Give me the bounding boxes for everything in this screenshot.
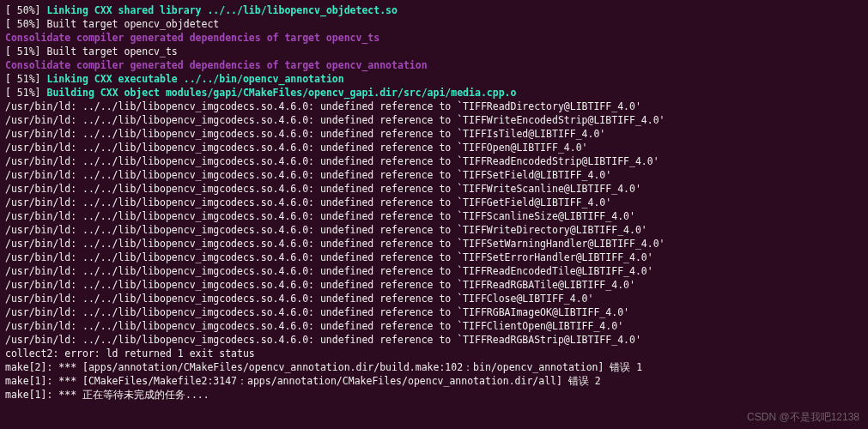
- terminal-line: [ 51%] Linking CXX executable ../../bin/…: [5, 72, 863, 86]
- terminal-segment: /usr/bin/ld: ../../lib/libopencv_imgcode…: [5, 128, 605, 140]
- terminal-segment: /usr/bin/ld: ../../lib/libopencv_imgcode…: [5, 114, 665, 126]
- terminal-line: collect2: error: ld returned 1 exit stat…: [5, 347, 863, 360]
- terminal-segment: /usr/bin/ld: ../../lib/libopencv_imgcode…: [5, 169, 611, 181]
- terminal-segment: /usr/bin/ld: ../../lib/libopencv_imgcode…: [5, 279, 635, 291]
- terminal-line: /usr/bin/ld: ../../lib/libopencv_imgcode…: [5, 127, 863, 141]
- terminal-segment: /usr/bin/ld: ../../lib/libopencv_imgcode…: [5, 251, 653, 263]
- terminal-segment: Building CXX object modules/gapi/CMakeFi…: [46, 87, 516, 99]
- terminal-segment: Consolidate compiler generated dependenc…: [5, 32, 379, 44]
- terminal-line: /usr/bin/ld: ../../lib/libopencv_imgcode…: [5, 251, 863, 264]
- terminal-line: [ 51%] Built target opencv_ts: [5, 45, 863, 58]
- terminal-line: Consolidate compiler generated dependenc…: [5, 58, 863, 72]
- terminal-line: /usr/bin/ld: ../../lib/libopencv_imgcode…: [5, 182, 863, 196]
- terminal-line: Consolidate compiler generated dependenc…: [5, 31, 863, 45]
- terminal-segment: /usr/bin/ld: ../../lib/libopencv_imgcode…: [5, 265, 653, 277]
- terminal-line: /usr/bin/ld: ../../lib/libopencv_imgcode…: [5, 209, 863, 223]
- terminal-segment: make[1]: *** 正在等待未完成的任务....: [5, 389, 209, 401]
- terminal-line: /usr/bin/ld: ../../lib/libopencv_imgcode…: [5, 264, 863, 278]
- terminal-segment: /usr/bin/ld: ../../lib/libopencv_imgcode…: [5, 224, 647, 236]
- terminal-segment: [ 50%]: [5, 4, 46, 16]
- terminal-segment: /usr/bin/ld: ../../lib/libopencv_imgcode…: [5, 306, 629, 318]
- terminal-line: /usr/bin/ld: ../../lib/libopencv_imgcode…: [5, 292, 863, 305]
- terminal-segment: /usr/bin/ld: ../../lib/libopencv_imgcode…: [5, 238, 665, 250]
- terminal-segment: [ 50%] Built target opencv_objdetect: [5, 18, 219, 30]
- terminal-line: /usr/bin/ld: ../../lib/libopencv_imgcode…: [5, 100, 863, 113]
- terminal-segment: /usr/bin/ld: ../../lib/libopencv_imgcode…: [5, 210, 635, 222]
- terminal-segment: Consolidate compiler generated dependenc…: [5, 59, 428, 71]
- terminal-segment: /usr/bin/ld: ../../lib/libopencv_imgcode…: [5, 293, 593, 305]
- terminal-line: /usr/bin/ld: ../../lib/libopencv_imgcode…: [5, 196, 863, 209]
- terminal-line: /usr/bin/ld: ../../lib/libopencv_imgcode…: [5, 319, 863, 333]
- terminal-segment: make[2]: *** [apps/annotation/CMakeFiles…: [5, 361, 642, 373]
- terminal-segment: [ 51%]: [5, 73, 46, 85]
- terminal-line: /usr/bin/ld: ../../lib/libopencv_imgcode…: [5, 237, 863, 251]
- terminal-line: [ 50%] Linking CXX shared library ../../…: [5, 3, 863, 17]
- terminal-segment: Linking CXX shared library ../../lib/lib…: [46, 4, 398, 16]
- terminal-line: /usr/bin/ld: ../../lib/libopencv_imgcode…: [5, 113, 863, 127]
- terminal-line: make[1]: *** [CMakeFiles/Makefile2:3147：…: [5, 374, 863, 388]
- terminal-segment: [ 51%]: [5, 87, 46, 99]
- terminal-segment: /usr/bin/ld: ../../lib/libopencv_imgcode…: [5, 320, 623, 332]
- terminal-segment: /usr/bin/ld: ../../lib/libopencv_imgcode…: [5, 142, 588, 154]
- terminal-segment: /usr/bin/ld: ../../lib/libopencv_imgcode…: [5, 183, 641, 195]
- terminal-segment: /usr/bin/ld: ../../lib/libopencv_imgcode…: [5, 196, 611, 208]
- terminal-segment: collect2: error: ld returned 1 exit stat…: [5, 347, 255, 360]
- terminal-line: [ 50%] Built target opencv_objdetect: [5, 17, 863, 31]
- terminal-segment: [ 51%] Built target opencv_ts: [5, 45, 178, 57]
- terminal-line: /usr/bin/ld: ../../lib/libopencv_imgcode…: [5, 223, 863, 237]
- terminal-line: /usr/bin/ld: ../../lib/libopencv_imgcode…: [5, 141, 863, 154]
- terminal-line: make[2]: *** [apps/annotation/CMakeFiles…: [5, 360, 863, 374]
- terminal-output[interactable]: [ 50%] Linking CXX shared library ../../…: [0, 0, 868, 405]
- terminal-segment: /usr/bin/ld: ../../lib/libopencv_imgcode…: [5, 100, 641, 112]
- terminal-line: /usr/bin/ld: ../../lib/libopencv_imgcode…: [5, 278, 863, 292]
- terminal-line: /usr/bin/ld: ../../lib/libopencv_imgcode…: [5, 333, 863, 347]
- watermark-text: CSDN @不是我吧12138: [747, 410, 859, 424]
- terminal-segment: make[1]: *** [CMakeFiles/Makefile2:3147：…: [5, 375, 601, 387]
- terminal-segment: Linking CXX executable ../../bin/opencv_…: [46, 73, 343, 85]
- terminal-segment: /usr/bin/ld: ../../lib/libopencv_imgcode…: [5, 155, 659, 167]
- terminal-line: /usr/bin/ld: ../../lib/libopencv_imgcode…: [5, 305, 863, 319]
- terminal-line: /usr/bin/ld: ../../lib/libopencv_imgcode…: [5, 154, 863, 168]
- terminal-segment: /usr/bin/ld: ../../lib/libopencv_imgcode…: [5, 334, 641, 346]
- terminal-line: /usr/bin/ld: ../../lib/libopencv_imgcode…: [5, 168, 863, 182]
- terminal-line: [ 51%] Building CXX object modules/gapi/…: [5, 86, 863, 100]
- terminal-line: make[1]: *** 正在等待未完成的任务....: [5, 388, 863, 402]
